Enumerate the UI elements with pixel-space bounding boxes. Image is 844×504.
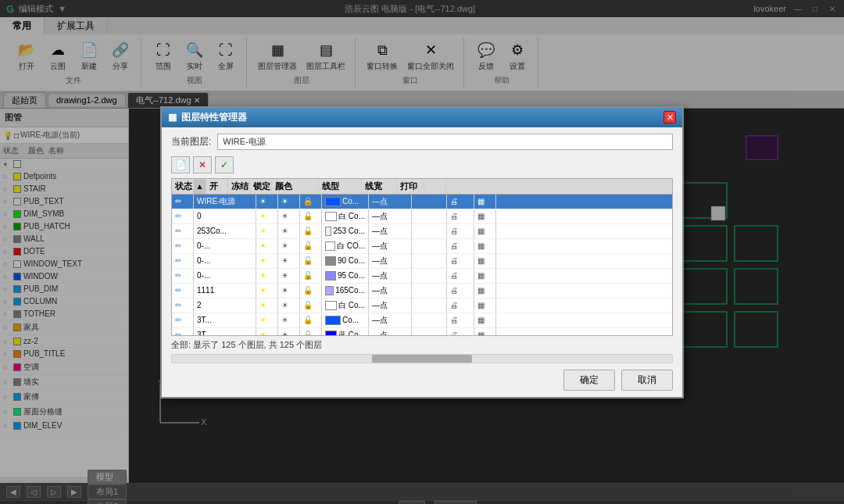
row-lineweight[interactable] (412, 269, 447, 283)
row-lineweight[interactable] (412, 298, 447, 313)
row-color[interactable]: 95 Co... (322, 269, 369, 283)
row-lock[interactable]: 🔓 (300, 209, 322, 223)
layer-table-row[interactable]: ✏ 253Co... ☀ ☀ 🔓 253 Co... —点 🖨 ▦ (172, 224, 672, 239)
row-color[interactable]: 253 Co... (322, 224, 369, 238)
row-lock[interactable]: 🔓 (300, 224, 322, 238)
row-lineweight[interactable] (412, 313, 447, 327)
row-color[interactable]: Co... (322, 313, 369, 327)
row-color[interactable]: 白 Co... (322, 209, 369, 223)
row-linetype[interactable]: —点 (369, 239, 412, 253)
row-on[interactable]: ☀ (256, 269, 278, 283)
row-print[interactable]: 🖨 (447, 269, 474, 283)
row-linetype[interactable]: —点 (369, 269, 412, 283)
layer-table-row[interactable]: ✏ 0-... ☀ ☀ 🔓 90 Co... —点 🖨 ▦ (172, 254, 672, 269)
row-print[interactable]: 🖨 (447, 195, 474, 209)
row-name: 0-... (194, 239, 256, 253)
color-name: 白 Co... (338, 300, 365, 311)
row-lineweight[interactable] (412, 254, 447, 268)
row-lineweight[interactable] (412, 284, 447, 298)
bulb-icon: ☀ (259, 241, 266, 250)
row-freeze[interactable]: ☀ (278, 224, 300, 238)
layer-table-row[interactable]: ✏ 0-... ☀ ☀ 🔓 白 CO... —点 🖨 ▦ (172, 239, 672, 254)
row-freeze[interactable]: ☀ (278, 269, 300, 283)
pencil-icon: ✏ (175, 286, 181, 295)
col-header-sort[interactable]: ▲ (194, 179, 206, 194)
row-color[interactable]: 白 Co... (322, 298, 369, 313)
row-color[interactable]: 90 Co... (322, 254, 369, 268)
row-lock[interactable]: 🔓 (300, 328, 322, 335)
scroll-thumb[interactable] (372, 355, 472, 363)
layer-table-row[interactable]: ✏ 3T... ☀ ☀ 🔓 蓝 Co... —点 🖨 ▦ (172, 328, 672, 335)
row-color[interactable]: 白 CO... (322, 239, 369, 253)
row-on[interactable]: ☀ (256, 328, 278, 335)
row-on[interactable]: ☀ (256, 239, 278, 253)
row-freeze[interactable]: ☀ (278, 195, 300, 209)
row-color[interactable]: Co... (322, 195, 369, 209)
row-freeze[interactable]: ☀ (278, 284, 300, 298)
row-on[interactable]: ☀ (256, 298, 278, 313)
cancel-button[interactable]: 取消 (621, 370, 673, 391)
new-layer-button[interactable]: 📄 (171, 156, 190, 173)
layer-table-row[interactable]: ✏ 0-... ☀ ☀ 🔓 95 Co... —点 🖨 ▦ (172, 269, 672, 284)
row-lock[interactable]: 🔓 (300, 313, 322, 327)
row-lock[interactable]: 🔓 (300, 269, 322, 283)
set-current-button[interactable]: ✓ (215, 156, 234, 173)
delete-layer-button[interactable]: ✕ (193, 156, 212, 173)
modal-footer-scrollbar[interactable] (171, 354, 673, 363)
row-linetype[interactable]: —点 (369, 328, 412, 335)
ok-button[interactable]: 确定 (563, 370, 615, 391)
row-ext: ▦ (474, 224, 496, 238)
row-color[interactable]: 165Co... (322, 284, 369, 298)
row-print[interactable]: 🖨 (447, 313, 474, 327)
row-linetype[interactable]: —点 (369, 313, 412, 327)
row-on[interactable]: ☀ (256, 209, 278, 223)
row-lineweight[interactable] (412, 239, 447, 253)
row-lineweight[interactable] (412, 224, 447, 238)
row-print[interactable]: 🖨 (447, 224, 474, 238)
layer-table-row[interactable]: ✏ 0 ☀ ☀ 🔓 白 Co... —点 🖨 ▦ (172, 209, 672, 224)
row-lock[interactable]: 🔓 (300, 195, 322, 209)
layer-table-row[interactable]: ✏ 3T... ☀ ☀ 🔓 Co... —点 🖨 ▦ (172, 313, 672, 328)
lock-icon: 🔓 (303, 331, 313, 335)
color-swatch (325, 331, 337, 335)
row-print[interactable]: 🖨 (447, 284, 474, 298)
row-state: ✏ (172, 224, 194, 238)
row-linetype[interactable]: —点 (369, 298, 412, 313)
row-lock[interactable]: 🔓 (300, 298, 322, 313)
row-linetype[interactable]: —点 (369, 209, 412, 223)
row-linetype[interactable]: —点 (369, 254, 412, 268)
color-swatch (325, 286, 334, 295)
row-lineweight[interactable] (412, 328, 447, 335)
row-lock[interactable]: 🔓 (300, 284, 322, 298)
row-print[interactable]: 🖨 (447, 328, 474, 335)
row-freeze[interactable]: ☀ (278, 239, 300, 253)
row-lineweight[interactable] (412, 195, 447, 209)
modal-title-icon: ▦ (168, 112, 177, 123)
row-linetype[interactable]: —点 (369, 224, 412, 238)
layer-table-row[interactable]: ✏ WIRE-电源 ☀ ☀ 🔓 Co... —点 🖨 ▦ (172, 195, 672, 209)
row-lock[interactable]: 🔓 (300, 239, 322, 253)
row-freeze[interactable]: ☀ (278, 328, 300, 335)
row-on[interactable]: ☀ (256, 313, 278, 327)
row-on[interactable]: ☀ (256, 254, 278, 268)
row-print[interactable]: 🖨 (447, 298, 474, 313)
row-print[interactable]: 🖨 (447, 209, 474, 223)
row-lock[interactable]: 🔓 (300, 254, 322, 268)
layer-table-row[interactable]: ✏ 1111 ☀ ☀ 🔓 165Co... —点 🖨 ▦ (172, 284, 672, 298)
row-print[interactable]: 🖨 (447, 254, 474, 268)
row-print[interactable]: 🖨 (447, 239, 474, 253)
row-linetype[interactable]: —点 (369, 195, 412, 209)
row-freeze[interactable]: ☀ (278, 254, 300, 268)
row-freeze[interactable]: ☀ (278, 209, 300, 223)
row-freeze[interactable]: ☀ (278, 313, 300, 327)
layer-table-row[interactable]: ✏ 2 ☀ ☀ 🔓 白 Co... —点 🖨 ▦ (172, 298, 672, 313)
row-freeze[interactable]: ☀ (278, 298, 300, 313)
row-color[interactable]: 蓝 Co... (322, 328, 369, 335)
row-linetype[interactable]: —点 (369, 284, 412, 298)
row-on[interactable]: ☀ (256, 224, 278, 238)
row-on[interactable]: ☀ (256, 284, 278, 298)
modal-close-button[interactable]: ✕ (663, 111, 676, 123)
row-lineweight[interactable] (412, 209, 447, 223)
bulb-icon: ☀ (259, 286, 266, 295)
row-on[interactable]: ☀ (256, 195, 278, 209)
